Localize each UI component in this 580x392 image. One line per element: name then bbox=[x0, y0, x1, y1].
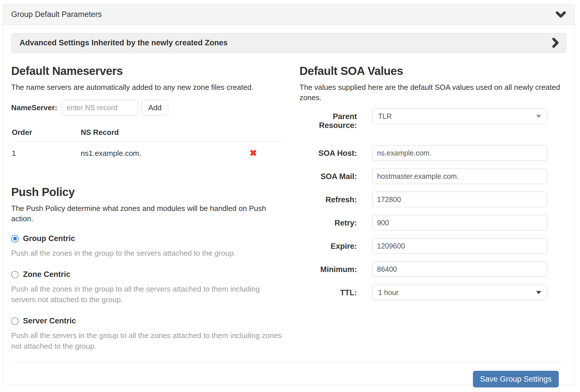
retry-label: Retry: bbox=[299, 215, 357, 228]
soa-description: The values supplied here are the default… bbox=[299, 82, 567, 103]
parent-resource-label: Parent Resource: bbox=[299, 108, 357, 130]
radio-group-centric[interactable]: Group Centric bbox=[11, 234, 283, 243]
refresh-label: Refresh: bbox=[299, 192, 357, 204]
chevron-down-icon[interactable] bbox=[556, 11, 566, 18]
ttl-select[interactable]: 1 hour bbox=[372, 285, 547, 300]
radio-label[interactable]: Group Centric bbox=[23, 234, 75, 243]
retry-input[interactable] bbox=[372, 215, 547, 230]
push-policy-option-group-centric: Group Centric Push all the zones in the … bbox=[11, 234, 283, 259]
advanced-settings-label: Advanced Settings Inherited by the newly… bbox=[20, 38, 228, 47]
refresh-input[interactable] bbox=[372, 192, 547, 207]
save-group-settings-button[interactable]: Save Group Settings bbox=[473, 371, 559, 387]
soa-mail-label: SOA Mail: bbox=[299, 168, 357, 181]
table-header-ns-record: NS Record bbox=[80, 125, 210, 142]
add-nameserver-button[interactable]: Add bbox=[142, 100, 168, 115]
radio-button-icon[interactable] bbox=[11, 317, 19, 325]
minimum-input[interactable] bbox=[372, 261, 547, 277]
radio-label[interactable]: Zone Centric bbox=[23, 270, 70, 279]
radio-description: Push all the zones in the group to the s… bbox=[11, 248, 283, 259]
default-soa-values-heading: Default SOA Values bbox=[299, 65, 567, 77]
radio-button-icon[interactable] bbox=[11, 235, 19, 242]
radio-server-centric[interactable]: Server Centric bbox=[11, 317, 283, 325]
push-policy-description: The Push Policy determine what zones and… bbox=[11, 203, 283, 224]
ttl-value: 1 hour bbox=[378, 288, 399, 297]
soa-host-input[interactable] bbox=[372, 145, 547, 161]
push-policy-option-server-centric: Server Centric Push all the servers in t… bbox=[11, 317, 283, 352]
parent-resource-select[interactable]: TLR bbox=[372, 108, 547, 124]
ttl-label: TTL: bbox=[299, 285, 357, 297]
default-nameservers-heading: Default Nameservers bbox=[11, 65, 283, 77]
radio-button-icon[interactable] bbox=[11, 271, 19, 278]
caret-down-icon bbox=[536, 291, 541, 294]
nameservers-description: The name servers are automatically added… bbox=[11, 82, 283, 92]
advanced-settings-bar[interactable]: Advanced Settings Inherited by the newly… bbox=[11, 33, 567, 53]
caret-down-icon bbox=[536, 115, 541, 118]
table-row: 1 ns1.example.com. ✖ bbox=[11, 142, 283, 161]
radio-zone-centric[interactable]: Zone Centric bbox=[11, 270, 283, 279]
expire-label: Expire: bbox=[299, 238, 357, 251]
radio-description: Push all the servers in the group to all… bbox=[11, 330, 283, 352]
minimum-label: Minimum: bbox=[299, 261, 357, 274]
panel-title: Group Default Parameters bbox=[11, 10, 102, 19]
nameserver-table: Order NS Record 1 ns1.example.com. ✖ bbox=[11, 125, 283, 161]
nameserver-input[interactable] bbox=[62, 100, 138, 115]
nameserver-field-label: NameServer: bbox=[11, 103, 57, 112]
ns-order-cell: 1 bbox=[11, 142, 80, 161]
delete-nameserver-icon[interactable]: ✖ bbox=[250, 149, 257, 158]
radio-description: Push all the zones in the group to all t… bbox=[11, 284, 283, 305]
soa-mail-input[interactable] bbox=[372, 168, 547, 184]
panel-header-toggle[interactable]: Group Default Parameters bbox=[3, 4, 575, 25]
chevron-right-icon[interactable] bbox=[552, 38, 559, 48]
radio-label[interactable]: Server Centric bbox=[23, 317, 76, 325]
parent-resource-value: TLR bbox=[378, 112, 392, 121]
table-header-order: Order bbox=[11, 125, 80, 142]
push-policy-option-zone-centric: Zone Centric Push all the zones in the g… bbox=[11, 270, 283, 305]
soa-host-label: SOA Host: bbox=[299, 145, 357, 158]
push-policy-heading: Push Policy bbox=[11, 186, 283, 199]
ns-record-cell: ns1.example.com. bbox=[80, 142, 210, 161]
group-default-parameters-panel: Group Default Parameters Advanced Settin… bbox=[3, 4, 575, 385]
expire-input[interactable] bbox=[372, 238, 547, 254]
